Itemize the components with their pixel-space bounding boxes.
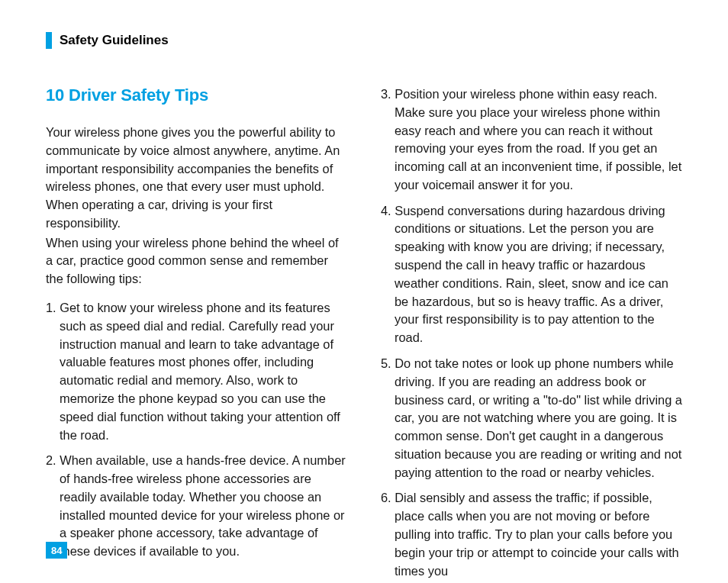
section-title: 10 Driver Safety Tips — [46, 85, 347, 105]
header-title: Safety Guidelines — [60, 33, 169, 48]
left-column: 10 Driver Safety Tips Your wireless phon… — [46, 85, 347, 580]
intro-paragraph-1: Your wireless phone gives you the powerf… — [46, 124, 347, 233]
tip-item-1: 1. Get to know your wireless phone and i… — [46, 299, 347, 444]
tip-item-6: 6. Dial sensibly and assess the traffic;… — [381, 489, 682, 580]
tip-item-4: 4. Suspend conversations during hazardou… — [381, 202, 682, 347]
page-number-badge: 84 — [46, 542, 67, 559]
tip-item-2: 2. When available, use a hands-free devi… — [46, 452, 347, 561]
page-header: Safety Guidelines — [46, 32, 682, 49]
intro-paragraph-2: When using your wireless phone behind th… — [46, 234, 347, 288]
header-accent-bar — [46, 32, 52, 49]
tip-item-5: 5. Do not take notes or look up phone nu… — [381, 355, 682, 482]
tip-item-3: 3. Position your wireless phone within e… — [381, 85, 682, 195]
right-column: 3. Position your wireless phone within e… — [381, 85, 682, 580]
content-columns: 10 Driver Safety Tips Your wireless phon… — [46, 85, 682, 580]
